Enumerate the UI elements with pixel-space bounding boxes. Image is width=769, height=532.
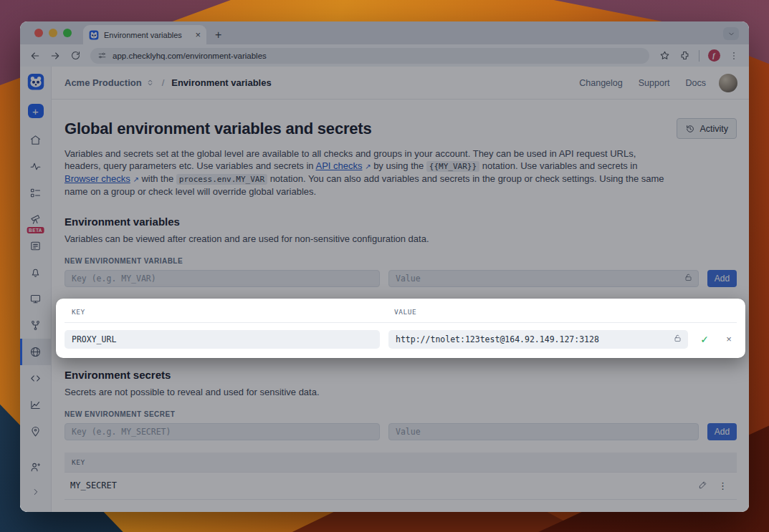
add-secret-button[interactable]: Add — [707, 423, 737, 440]
new-secret-row: Add — [65, 423, 737, 440]
sidebar-item-status-pages[interactable] — [20, 286, 51, 312]
browser-menu-kebab-icon[interactable] — [725, 47, 743, 65]
tab-search-chevron-icon[interactable] — [723, 27, 739, 40]
history-clock-icon — [685, 124, 695, 134]
chevron-right-icon — [31, 487, 41, 497]
pulse-icon — [29, 160, 42, 173]
browser-toolbar: app.checklyhq.com/environment-variables … — [20, 44, 749, 67]
variables-heading: Environment variables — [65, 216, 737, 228]
secrets-heading: Environment secrets — [65, 369, 737, 381]
sidebar-item-invite-user[interactable] — [20, 454, 51, 480]
code-icon — [29, 372, 42, 385]
globe-icon — [29, 346, 42, 358]
checkly-logo[interactable] — [26, 73, 46, 90]
monitor-icon — [29, 293, 42, 305]
browser-window: Environment variables × + app.checklyhq. — [20, 21, 749, 512]
page-intro: Variables and secrets set at the global … — [65, 147, 672, 198]
row-key-input[interactable] — [65, 330, 380, 349]
secrets-table: KEY MY_SECRET ⋮ — [65, 453, 737, 500]
breadcrumb-separator: / — [162, 77, 165, 88]
desktop-wallpaper: Environment variables × + app.checklyhq. — [0, 0, 769, 532]
close-window-button[interactable] — [34, 29, 43, 37]
invite-user-icon — [29, 461, 42, 473]
cancel-x-button[interactable]: × — [721, 334, 737, 344]
variable-value-wrap — [388, 270, 699, 287]
variable-value-input[interactable] — [388, 270, 699, 287]
browser-tab[interactable]: Environment variables × — [83, 25, 206, 44]
external-link-icon: ↗ — [133, 175, 138, 183]
tab-title: Environment variables — [104, 31, 190, 39]
sidebar-nav: BETA — [20, 127, 51, 480]
variable-key-input[interactable] — [65, 270, 380, 287]
back-button[interactable] — [26, 47, 44, 65]
link-changelog[interactable]: Changelog — [579, 78, 622, 88]
site-settings-icon — [97, 51, 107, 60]
sidebar-item-environment-variables[interactable] — [20, 339, 51, 365]
sidebar-item-analytics[interactable] — [20, 392, 51, 418]
minimize-window-button[interactable] — [49, 29, 57, 37]
telescope-icon — [29, 213, 42, 226]
forward-button[interactable] — [46, 47, 65, 65]
secret-key-input[interactable] — [65, 423, 380, 440]
breadcrumb-page: Environment variables — [171, 77, 271, 88]
new-secret-label: NEW ENVIRONMENT SECRET — [65, 410, 737, 418]
api-checks-link[interactable]: API checks — [315, 160, 362, 171]
app-sidebar: + BETA — [20, 67, 52, 512]
extensions-icon[interactable] — [675, 47, 694, 65]
toolbar-divider — [699, 50, 699, 62]
zoom-window-button[interactable] — [63, 29, 72, 37]
sidebar-item-home[interactable] — [20, 127, 51, 153]
browser-checks-link[interactable]: Browser checks — [65, 173, 130, 184]
unlock-icon[interactable] — [673, 333, 682, 346]
secret-value-input[interactable] — [388, 423, 699, 440]
variables-table-card: KEY VALUE ✓ — [56, 299, 745, 358]
confirm-check-button[interactable]: ✓ — [697, 334, 712, 345]
header-links: Changelog Support Docs — [579, 78, 706, 88]
sidebar-item-private-locations[interactable] — [20, 418, 51, 445]
column-header-key: KEY — [65, 308, 380, 316]
sidebar-item-activity[interactable] — [20, 153, 51, 180]
edit-pencil-icon[interactable] — [698, 480, 708, 492]
dashboard-icon — [29, 240, 42, 252]
row-value-input[interactable] — [388, 330, 688, 349]
user-avatar[interactable] — [719, 74, 737, 92]
new-variable-label: NEW ENVIRONMENT VARIABLE — [65, 257, 737, 265]
activity-button[interactable]: Activity — [677, 118, 737, 139]
profile-avatar[interactable]: f — [704, 47, 723, 65]
address-bar[interactable]: app.checklyhq.com/environment-variables — [90, 48, 649, 64]
bell-icon — [29, 266, 42, 279]
sidebar-item-snippets[interactable] — [20, 365, 51, 392]
checklist-icon — [29, 187, 42, 199]
sidebar-collapse-button[interactable] — [20, 480, 51, 503]
column-header-value: VALUE — [388, 308, 737, 316]
variables-table-header: KEY VALUE — [65, 300, 737, 322]
tab-close-icon[interactable]: × — [195, 30, 201, 39]
page-title: Global environment variables and secrets — [65, 120, 372, 138]
sidebar-item-explore-beta[interactable]: BETA — [20, 206, 51, 233]
tab-strip: Environment variables × + — [20, 21, 749, 44]
reload-button[interactable] — [66, 47, 85, 65]
secrets-description: Secrets are not possible to reveal and u… — [65, 387, 737, 397]
window-controls — [20, 21, 83, 44]
secret-value-wrap — [388, 423, 699, 440]
secret-key-text: MY_SECRET — [70, 480, 117, 490]
add-variable-button[interactable]: Add — [707, 270, 737, 287]
link-docs[interactable]: Docs — [686, 78, 706, 88]
row-value-wrap — [388, 330, 688, 349]
bookmark-star-icon[interactable] — [655, 47, 674, 65]
sidebar-item-alerts[interactable] — [20, 259, 51, 286]
updown-chevrons-icon — [145, 78, 155, 87]
create-new-button[interactable]: + — [28, 104, 44, 117]
new-tab-button[interactable]: + — [215, 29, 221, 42]
sidebar-item-maintenance[interactable] — [20, 312, 51, 339]
sidebar-item-checks[interactable] — [20, 180, 51, 206]
row-menu-kebab-icon[interactable]: ⋮ — [718, 480, 727, 491]
app-viewport: + BETA — [20, 67, 749, 512]
account-switcher[interactable]: Acme Production — [65, 77, 155, 88]
app-header: Acme Production / Environment variables … — [52, 67, 749, 100]
sidebar-item-dashboards[interactable] — [20, 233, 51, 259]
secrets-table-header: KEY — [65, 453, 737, 473]
link-support[interactable]: Support — [639, 78, 670, 88]
table-row: MY_SECRET ⋮ — [65, 473, 737, 500]
table-row: ✓ × — [65, 330, 737, 349]
